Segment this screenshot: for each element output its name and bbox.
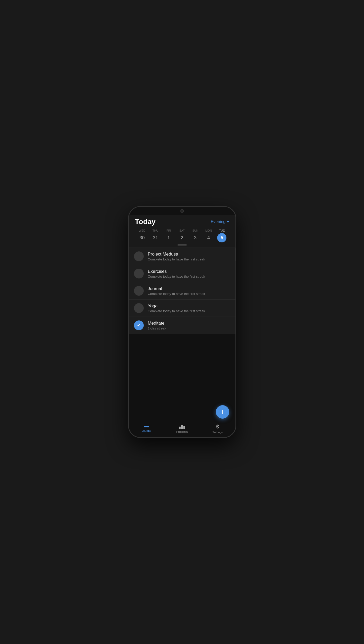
header-top: Today Evening <box>135 218 229 226</box>
cal-day-label: TUE <box>219 229 225 232</box>
volume-up-button[interactable] <box>128 238 129 247</box>
cal-day-num: 31 <box>151 233 160 242</box>
habit-info-2: Journal Complete today to have the first… <box>148 286 230 296</box>
time-of-day-label: Evening <box>211 219 226 224</box>
nav-label-journal: Journal <box>142 429 151 432</box>
cal-day-num: 30 <box>138 233 147 242</box>
page-title: Today <box>135 218 156 226</box>
cal-day-num: 4 <box>204 233 213 242</box>
habit-info-3: Yoga Complete today to have the first st… <box>148 303 230 313</box>
phone-frame: Today Evening WED 30 THU 31 FRI 1 SAT 2 … <box>128 206 236 438</box>
habit-sub-1: Complete today to have the first streak <box>148 275 230 278</box>
habit-name-2: Journal <box>148 286 230 291</box>
nav-label-progress: Progress <box>176 430 188 433</box>
nav-item-progress[interactable]: Progress <box>172 424 192 433</box>
time-of-day-dropdown[interactable]: Evening <box>211 219 229 224</box>
habit-sub-4: 1-day streak <box>148 326 230 330</box>
nav-item-settings[interactable]: ⚙ Settings <box>207 423 228 434</box>
calendar-day-3[interactable]: SUN 3 <box>189 229 201 242</box>
add-habit-button[interactable]: + <box>216 405 229 419</box>
chevron-down-icon <box>227 221 229 223</box>
habit-info-0: Project Medusa Complete today to have th… <box>148 252 230 261</box>
calendar-day-31[interactable]: THU 31 <box>149 229 162 242</box>
habit-item-4[interactable]: ✓ Meditate 1-day streak <box>129 317 235 334</box>
habit-item-1[interactable]: Exercises Complete today to have the fir… <box>129 265 235 282</box>
calendar-day-1[interactable]: FRI 1 <box>163 229 175 242</box>
habit-checkbox-1[interactable] <box>134 269 144 278</box>
scroll-pill <box>177 244 187 245</box>
cal-day-label: FRI <box>166 229 171 232</box>
habit-name-3: Yoga <box>148 303 230 309</box>
silent-button[interactable] <box>128 267 129 280</box>
calendar-week: WED 30 THU 31 FRI 1 SAT 2 SUN 3 MON 4 TU… <box>135 229 229 242</box>
cal-day-num: 5 <box>217 233 226 242</box>
habit-name-1: Exercises <box>148 269 230 274</box>
habits-list[interactable]: Project Medusa Complete today to have th… <box>129 248 235 334</box>
habit-sub-3: Complete today to have the first streak <box>148 309 230 313</box>
habit-checkbox-3[interactable] <box>134 303 144 313</box>
plus-icon: + <box>220 408 224 416</box>
cal-day-label: SUN <box>192 229 198 232</box>
habit-item-2[interactable]: Journal Complete today to have the first… <box>129 282 235 300</box>
cal-day-num: 2 <box>177 233 187 242</box>
bottom-nav: Journal Progress ⚙ Settings <box>129 420 235 437</box>
scroll-indicator <box>135 244 229 245</box>
nav-item-journal[interactable]: Journal <box>136 425 157 433</box>
cal-day-label: MON <box>205 229 212 232</box>
habit-name-4: Meditate <box>148 321 230 326</box>
calendar-day-30[interactable]: WED 30 <box>136 229 148 242</box>
checkmark-icon: ✓ <box>137 323 141 328</box>
cal-day-label: WED <box>139 229 146 232</box>
cal-day-num: 1 <box>164 233 173 242</box>
camera-dot <box>180 209 184 213</box>
habit-item-3[interactable]: Yoga Complete today to have the first st… <box>129 300 235 317</box>
fab-container: + <box>216 405 229 419</box>
habit-sub-2: Complete today to have the first streak <box>148 292 230 296</box>
journal-icon <box>144 425 149 428</box>
habit-checkbox-4[interactable]: ✓ <box>134 320 144 330</box>
volume-down-button[interactable] <box>128 251 129 264</box>
nav-label-settings: Settings <box>213 431 223 434</box>
cal-day-num: 3 <box>191 233 200 242</box>
calendar-day-2[interactable]: SAT 2 <box>176 229 188 242</box>
habit-checkbox-0[interactable] <box>134 251 144 261</box>
settings-icon: ⚙ <box>215 423 220 430</box>
camera-area <box>129 207 235 215</box>
cal-day-label: THU <box>153 229 158 232</box>
cal-day-label: SAT <box>179 229 185 232</box>
header: Today Evening WED 30 THU 31 FRI 1 SAT 2 … <box>129 215 235 248</box>
habit-item-0[interactable]: Project Medusa Complete today to have th… <box>129 248 235 265</box>
habit-checkbox-2[interactable] <box>134 286 144 296</box>
habit-info-1: Exercises Complete today to have the fir… <box>148 269 230 278</box>
calendar-day-5[interactable]: TUE 5 <box>216 229 228 242</box>
phone-screen: Today Evening WED 30 THU 31 FRI 1 SAT 2 … <box>129 207 235 437</box>
calendar-day-4[interactable]: MON 4 <box>202 229 215 242</box>
habit-info-4: Meditate 1-day streak <box>148 321 230 330</box>
power-button[interactable] <box>235 248 236 261</box>
habit-sub-0: Complete today to have the first streak <box>148 257 230 261</box>
progress-icon <box>179 424 185 429</box>
habit-name-0: Project Medusa <box>148 252 230 257</box>
